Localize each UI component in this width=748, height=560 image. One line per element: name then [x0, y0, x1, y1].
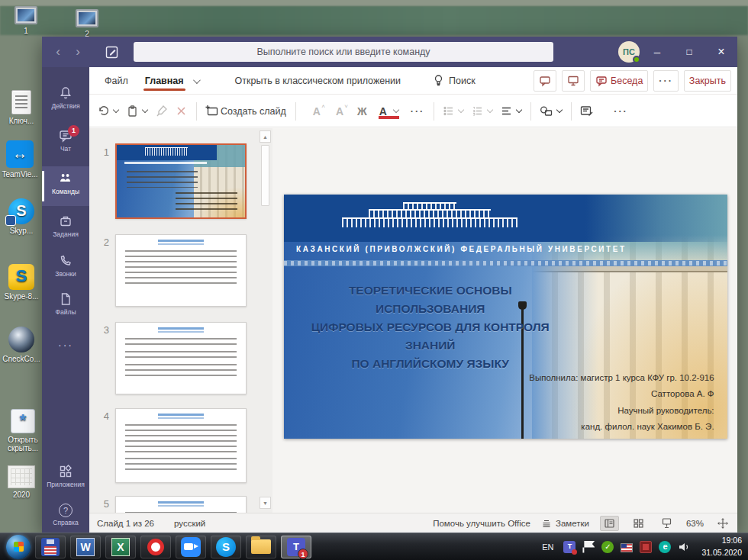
slide-sorter-view-button[interactable] [630, 517, 647, 530]
ribbon-more-button[interactable]: ··· [653, 70, 679, 92]
undo-button[interactable] [97, 105, 118, 117]
fit-to-window-button[interactable] [714, 517, 731, 530]
desktop-shortcut-checkco[interactable]: CneckCo... [0, 327, 46, 363]
delete-button[interactable] [176, 105, 187, 117]
taskbar-item-word[interactable]: W [70, 536, 101, 558]
taskbar-item-teams[interactable]: T 1 [281, 536, 311, 558]
open-in-classic-button[interactable]: Открыть в классическом приложении [235, 76, 401, 86]
desktop-shortcut-2[interactable]: 2 [63, 9, 111, 38]
search-input[interactable]: Выполните поиск или введите команду [134, 42, 553, 62]
language-indicator[interactable]: русский [174, 519, 205, 528]
slide-thumbnail-1[interactable] [115, 143, 247, 219]
tab-file[interactable]: Файл [103, 69, 130, 93]
more-icon: ··· [411, 106, 425, 117]
slide-thumbnail-panel: 1 2 3 [89, 128, 272, 513]
tab-home[interactable]: Главная [143, 69, 185, 93]
sidebar-item-files[interactable]: Файлы [42, 287, 89, 327]
presence-available-icon [633, 56, 640, 63]
taskbar-item-zoom[interactable] [176, 536, 206, 558]
slide-editor-surface[interactable]: КАЗАНСКИЙ (ПРИВОЛЖСКИЙ) ФЕДЕРАЛЬНЫЙ УНИВ… [284, 195, 727, 439]
new-slide-button[interactable]: Создать слайд [205, 105, 286, 117]
close-presentation-button[interactable]: Закрыть [684, 70, 731, 92]
sidebar-item-activity[interactable]: Действия [42, 81, 89, 121]
language-switcher[interactable]: EN [542, 542, 553, 552]
shrink-font-button[interactable]: A˅ [336, 105, 343, 117]
ribbon-expand-chevron-icon[interactable] [193, 76, 198, 86]
desktop-shortcut-klyuch[interactable]: Ключ... [0, 90, 46, 125]
flag-tray-icon[interactable] [621, 543, 633, 552]
slide-canvas[interactable]: КАЗАНСКИЙ (ПРИВОЛЖСКИЙ) ФЕДЕРАЛЬНЫЙ УНИВ… [272, 128, 737, 513]
start-button[interactable] [6, 535, 31, 559]
bold-button[interactable]: Ж [357, 105, 367, 117]
maximize-button[interactable]: □ [673, 37, 705, 67]
slide-title[interactable]: ТЕОРЕТИЧЕСКИЕ ОСНОВЫ ИСПОЛЬЗОВАНИЯ ЦИФРО… [297, 282, 563, 373]
e-app-tray-icon[interactable]: e [659, 541, 671, 553]
taskbar-item-skype[interactable]: S [211, 536, 241, 558]
font-more-button[interactable]: ··· [411, 106, 425, 117]
scroll-up-button[interactable]: ▲ [260, 130, 271, 143]
network-app-tray-icon[interactable] [640, 541, 652, 553]
sidebar-item-teams[interactable]: Команды [42, 166, 89, 206]
slide-thumbnail-5[interactable] [115, 496, 247, 513]
zoom-level[interactable]: 63% [686, 519, 704, 528]
sidebar-item-chat[interactable]: 1 Чат [42, 124, 89, 163]
thumb-number: 3 [94, 324, 109, 336]
new-chat-icon[interactable] [105, 45, 119, 60]
desktop-icon-label: Ключ... [9, 117, 34, 125]
conversation-button[interactable]: Беседа [590, 70, 648, 92]
security-ok-icon[interactable]: ✓ [601, 541, 614, 553]
desktop-shortcut-open-hide[interactable]: * Открыть скрыть... [0, 409, 47, 452]
taskbar-item-excel[interactable]: X [105, 536, 136, 558]
taskbar-item-save-tool[interactable] [35, 536, 66, 558]
bullets-button[interactable] [442, 105, 463, 117]
clock[interactable]: 19:06 31.05.2020 [701, 535, 742, 558]
desktop-shortcut-skype8[interactable]: S Skype-8... [0, 264, 46, 301]
desktop-shortcut-teamviewer[interactable]: ↔ TeamVie... [0, 140, 44, 179]
teams-tray-icon[interactable]: T [563, 541, 576, 553]
thumbnail-scrollbar[interactable]: ▲ ▼ [260, 128, 271, 513]
more-icon: ··· [614, 106, 628, 117]
taskbar-item-opera[interactable] [140, 536, 171, 558]
slide-thumbnail-2[interactable] [115, 234, 247, 307]
scroll-down-button[interactable]: ▼ [260, 497, 271, 509]
numbering-button[interactable] [471, 105, 492, 117]
slideshow-view-button[interactable] [658, 516, 675, 530]
font-color-button[interactable]: A [379, 105, 398, 117]
avatar[interactable]: ПС [618, 41, 640, 63]
back-button[interactable]: ‹ [48, 44, 68, 60]
sidebar-item-assignments[interactable]: Задания [42, 209, 89, 249]
taskbar-item-explorer[interactable] [246, 536, 276, 558]
sidebar-item-apps[interactable]: Приложения [42, 459, 89, 499]
notes-toggle[interactable]: Заметки [541, 518, 589, 529]
action-center-flag-icon[interactable]: × [582, 541, 595, 553]
scrollbar-thumb[interactable] [261, 145, 269, 206]
desktop-shortcut-1[interactable]: 1 [2, 6, 50, 35]
present-button[interactable] [562, 70, 585, 92]
paragraph-align-button[interactable] [500, 105, 521, 117]
desktop-shortcut-2020[interactable]: 2020 [0, 465, 46, 499]
paste-button[interactable] [126, 105, 147, 117]
author-line: Научный руководитель: [430, 403, 714, 419]
desktop-icon-label: скрыть... [8, 444, 38, 452]
layout-button[interactable] [579, 105, 594, 117]
feedback-link[interactable]: Помочь улучшить Office [433, 519, 530, 528]
author-line: канд. филол. наук Хакимов Б. Э. [430, 419, 714, 435]
tell-me-search[interactable]: Поиск [433, 74, 476, 87]
shapes-button[interactable] [539, 105, 562, 117]
volume-icon[interactable] [678, 541, 690, 553]
sidebar-item-more[interactable]: ··· [42, 328, 89, 368]
comments-button[interactable] [534, 70, 556, 92]
desktop-shortcut-skype[interactable]: S Skyp... [0, 198, 46, 235]
minimize-button[interactable]: – [641, 37, 673, 67]
sidebar-item-label: Приложения [42, 481, 89, 488]
toolbar-more-button[interactable]: ··· [614, 106, 628, 117]
close-window-button[interactable]: × [705, 37, 737, 67]
slide-author-block[interactable]: Выполнила: магистр 1 курса КФУ гр. 10.2-… [430, 370, 714, 435]
grow-font-button[interactable]: A˄ [313, 105, 321, 117]
slide-thumbnail-3[interactable] [115, 322, 247, 394]
editing-view-button[interactable] [600, 516, 619, 531]
sidebar-item-calls[interactable]: Звонки [42, 249, 89, 288]
forward-button[interactable]: › [68, 44, 88, 60]
format-painter-button[interactable] [155, 105, 168, 117]
slide-thumbnail-4[interactable] [115, 408, 247, 483]
